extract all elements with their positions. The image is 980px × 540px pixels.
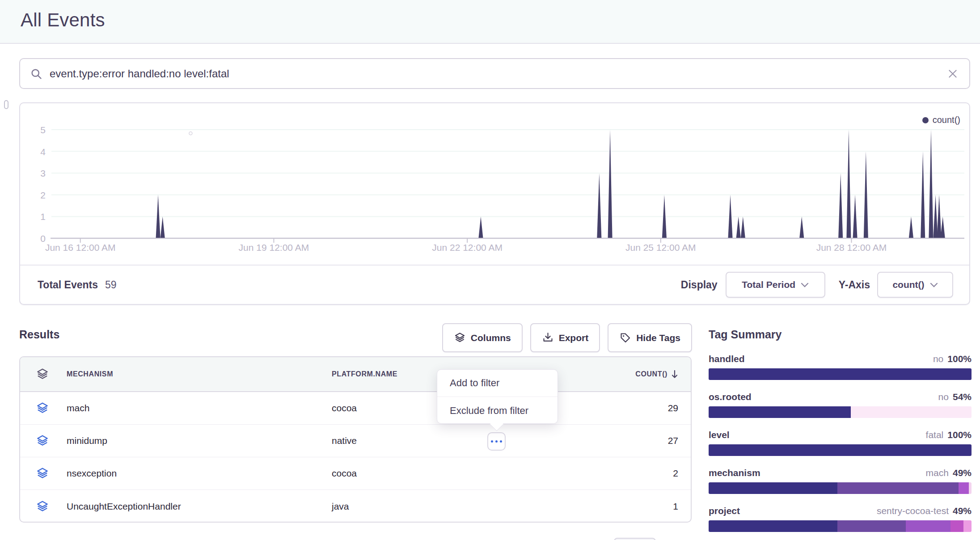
layers-icon — [36, 401, 49, 415]
sidebar-collapse-handle[interactable] — [4, 100, 8, 109]
cell-mechanism[interactable]: minidump — [67, 435, 332, 446]
tag-name: handled — [709, 354, 745, 364]
total-events-label: Total Events — [38, 279, 98, 291]
column-header-count[interactable]: COUNT() — [557, 370, 691, 379]
menu-item-add-to-filter[interactable]: Add to filter — [437, 370, 558, 397]
tag-summary-title: Tag Summary — [709, 328, 972, 341]
tag-bar-segment[interactable] — [709, 444, 972, 456]
chevron-down-icon — [801, 282, 809, 287]
chart-legend[interactable]: count() — [922, 115, 960, 125]
layers-icon — [36, 500, 49, 513]
tag-bar-segment[interactable] — [709, 406, 851, 418]
tag-summary-panel: Tag Summary handledno100%os.rootedno54%l… — [709, 328, 972, 540]
cell-count: 29 — [557, 403, 691, 413]
tag-bar-segment[interactable] — [969, 482, 972, 494]
display-label: Display — [681, 279, 718, 291]
tag-bar-segment[interactable] — [709, 482, 837, 494]
svg-text:Jun 28 12:00 AM: Jun 28 12:00 AM — [816, 242, 887, 253]
table-row[interactable]: nsexceptioncocoa2 — [20, 457, 691, 490]
display-dropdown[interactable]: Total Period — [726, 272, 825, 298]
tag-summary-item: levelfatal100% — [709, 430, 972, 456]
tag-bar-segment[interactable] — [851, 406, 972, 418]
export-button[interactable]: Export — [530, 323, 600, 352]
layers-icon — [36, 467, 49, 480]
close-icon[interactable] — [947, 68, 959, 80]
search-bar[interactable]: event.type:error handled:no level:fatal — [19, 58, 970, 89]
tag-bar-segment[interactable] — [963, 520, 972, 532]
svg-text:Jun 19 12:00 AM: Jun 19 12:00 AM — [239, 242, 309, 253]
tag-bar-segment[interactable] — [709, 368, 972, 380]
tag-bar — [709, 482, 972, 494]
svg-text:3: 3 — [40, 168, 46, 178]
tag-bar-segment[interactable] — [959, 482, 969, 494]
tag-summary-item: os.rootedno54% — [709, 392, 972, 418]
tag-bar-segment[interactable] — [837, 520, 906, 532]
svg-text:2: 2 — [40, 190, 46, 200]
results-heading: Results — [19, 328, 59, 341]
app-header: All Events — [0, 0, 980, 44]
table-row[interactable]: UncaughtExceptionHandlerjava1 — [20, 490, 691, 523]
discover-page: All Events event.type:error handled:no l… — [0, 0, 980, 540]
table-row[interactable]: minidumpnative27 — [20, 425, 691, 457]
tag-name: project — [709, 506, 740, 516]
dot-icon — [491, 440, 493, 443]
total-events-value: 59 — [105, 279, 117, 291]
tag-percent: 49% — [953, 506, 972, 516]
tag-summary-item: handledno100% — [709, 354, 972, 380]
events-chart[interactable]: 012345Jun 16 12:00 AMJun 19 12:00 AMJun … — [20, 103, 969, 264]
cell-mechanism[interactable]: mach — [67, 403, 332, 413]
tag-bar-segment[interactable] — [709, 520, 837, 532]
layers-icon — [454, 332, 466, 344]
tag-summary-item: mechanismmach49% — [709, 468, 972, 494]
cell-mechanism[interactable]: UncaughtExceptionHandler — [67, 501, 332, 512]
svg-text:Jun 22 12:00 AM: Jun 22 12:00 AM — [432, 242, 503, 253]
cell-count: 1 — [557, 501, 691, 512]
download-icon — [542, 332, 554, 344]
yaxis-dropdown[interactable]: count() — [877, 272, 953, 298]
tag-top-value: no — [933, 354, 943, 364]
cell-platform[interactable]: java — [332, 501, 557, 512]
tag-top-value: sentry-cocoa-test — [877, 506, 949, 516]
tag-name: os.rooted — [709, 392, 752, 402]
results-table: MECHANISM PLATFORM.NAME COUNT() machcoco… — [19, 356, 692, 523]
column-header-mechanism[interactable]: MECHANISM — [67, 370, 332, 378]
hide-tags-button[interactable]: Hide Tags — [608, 323, 692, 352]
legend-label: count() — [933, 115, 960, 125]
cell-count: 27 — [557, 435, 691, 446]
dot-icon — [500, 440, 502, 443]
tag-bar — [709, 368, 972, 380]
tag-bar — [709, 406, 972, 418]
columns-button[interactable]: Columns — [442, 323, 523, 352]
tag-name: level — [709, 430, 730, 440]
tag-icon — [619, 332, 631, 344]
tag-percent: 54% — [953, 392, 972, 402]
dot-icon — [495, 440, 498, 443]
tag-top-value: fatal — [926, 430, 944, 440]
layers-icon[interactable] — [36, 367, 49, 381]
pagination-buttons[interactable] — [614, 538, 656, 540]
cell-platform[interactable]: cocoa — [332, 468, 557, 479]
tag-percent: 100% — [947, 354, 972, 364]
row-actions-button[interactable] — [487, 432, 506, 451]
tag-bar — [709, 444, 972, 456]
context-menu: Add to filter Exclude from filter — [437, 369, 558, 424]
tag-bar-segment[interactable] — [906, 520, 950, 532]
yaxis-label: Y-Axis — [839, 279, 870, 291]
table-header-row: MECHANISM PLATFORM.NAME COUNT() — [20, 357, 691, 392]
tag-bar — [709, 520, 972, 532]
tag-bar-segment[interactable] — [837, 482, 958, 494]
tag-bar-segment[interactable] — [950, 520, 963, 532]
page-title: All Events — [21, 9, 105, 31]
cell-mechanism[interactable]: nsexception — [67, 468, 332, 479]
svg-text:Jun 25 12:00 AM: Jun 25 12:00 AM — [625, 242, 696, 253]
svg-text:Jun 16 12:00 AM: Jun 16 12:00 AM — [45, 242, 116, 253]
cell-platform[interactable]: native — [332, 435, 557, 446]
tag-percent: 49% — [953, 468, 972, 478]
results-toolbar: Columns Export Hide Tags — [456, 323, 692, 352]
chevron-down-icon — [930, 282, 938, 287]
search-input[interactable]: event.type:error handled:no level:fatal — [50, 68, 947, 80]
table-row[interactable]: machcocoa29 — [20, 392, 691, 425]
cell-count: 2 — [557, 468, 691, 479]
tag-top-value: mach — [926, 468, 949, 478]
tag-top-value: no — [938, 392, 949, 402]
